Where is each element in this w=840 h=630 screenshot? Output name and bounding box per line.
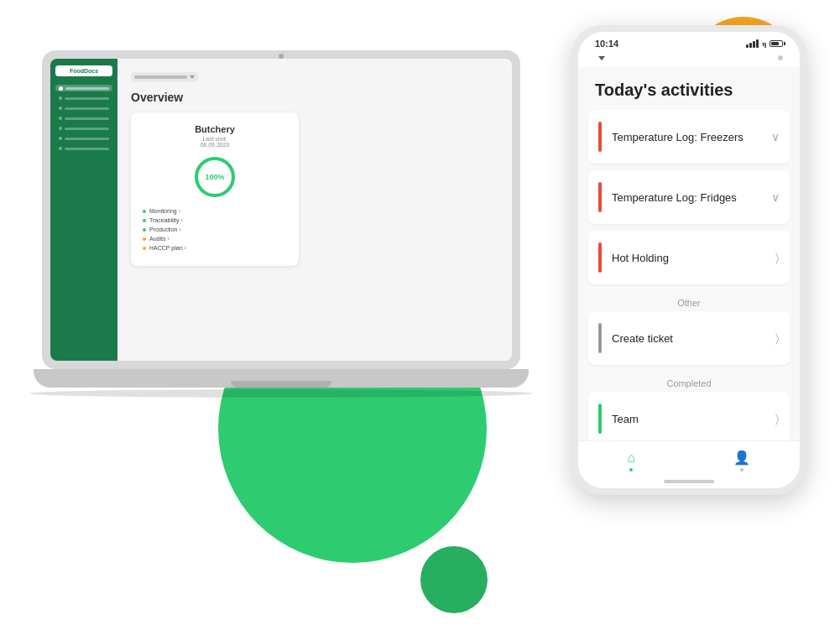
sidebar-bar-4: [65, 128, 109, 130]
indicator-freezers: [598, 122, 602, 152]
menu-production[interactable]: Production ›: [143, 226, 287, 232]
laptop-sidebar: FoodDocs: [50, 59, 117, 361]
battery-fill: [771, 42, 779, 45]
menu-arrow-haccp: ›: [185, 245, 186, 251]
menu-arrow-traceability: ›: [181, 217, 183, 223]
activity-label-hot-holding: Hot Holding: [612, 252, 775, 264]
menu-traceability[interactable]: Traceability ›: [143, 217, 287, 223]
laptop-screen: FoodDocs: [50, 59, 512, 361]
menu-dot-haccp: [143, 247, 146, 250]
phone-bottom-nav: ⌂ 👤: [578, 440, 800, 476]
status-icons: 𝛈: [746, 39, 783, 49]
sidebar-dot-3: [59, 117, 62, 120]
sidebar-bar-5: [65, 138, 109, 140]
nav-profile-indicator: [740, 468, 743, 471]
phone-options-btn[interactable]: [778, 55, 783, 60]
phone-home-indicator-area: [578, 476, 800, 488]
activity-item-temp-fridges[interactable]: Temperature Log: Fridges ∨: [588, 170, 790, 224]
activity-list: Temperature Log: Freezers ∨ Temperature …: [578, 110, 800, 440]
sidebar-bar-2: [65, 107, 109, 110]
activity-label-fridges: Temperature Log: Fridges: [612, 191, 771, 204]
menu-dot-monitoring: [143, 210, 146, 213]
nav-tab-profile[interactable]: 👤: [733, 450, 750, 471]
indicator-fridges: [598, 182, 602, 212]
nav-home-indicator: [629, 468, 633, 471]
overview-title: Overview: [131, 91, 498, 104]
indicator-hot-holding: [598, 242, 602, 273]
menu-haccp[interactable]: HACCP plan ›: [143, 245, 287, 251]
phone-home-indicator: [664, 480, 714, 483]
main-scene: FoodDocs: [0, 0, 840, 630]
laptop-screen-outer: FoodDocs: [42, 50, 520, 369]
progress-ring: 100%: [192, 154, 237, 200]
menu-dot-audits: [143, 237, 146, 241]
fooddocs-logo: FoodDocs: [55, 65, 112, 76]
sidebar-bar-1: [65, 97, 109, 100]
other-section-label: Other: [578, 291, 800, 311]
laptop-topbar: [131, 72, 498, 82]
butchery-name: Butchery: [143, 124, 287, 134]
completed-section-label: Completed: [578, 372, 800, 392]
laptop-base: [34, 369, 529, 388]
laptop-shadow: [29, 389, 533, 398]
indicator-team: [598, 404, 602, 434]
menu-arrow-audits: ›: [167, 236, 169, 242]
sidebar-item-active[interactable]: [55, 85, 112, 91]
status-time: 10:14: [595, 39, 618, 49]
chevron-right-icon-team: 〉: [775, 412, 780, 426]
chevron-right-icon-hot-holding: 〉: [775, 251, 780, 265]
progress-ring-container: 100%: [143, 154, 287, 200]
sidebar-item-traceability[interactable]: [55, 105, 112, 112]
phone-inner: 10:14 𝛈: [578, 32, 800, 488]
activity-label-create-ticket: Create ticket: [612, 332, 775, 345]
sidebar-item-haccp[interactable]: [55, 135, 112, 142]
sidebar-bar-3: [65, 117, 109, 120]
home-icon: ⌂: [628, 450, 636, 466]
phone-content: Today's activities Temperature Log: Free…: [578, 67, 800, 440]
dropdown-text: [134, 75, 187, 79]
indicator-create-ticket: [598, 323, 602, 353]
menu-arrow-production: ›: [179, 226, 180, 232]
menu-audits[interactable]: Audits ›: [143, 236, 287, 242]
activity-item-create-ticket[interactable]: Create ticket 〉: [588, 311, 790, 365]
menu-label-haccp: HACCP plan: [149, 245, 183, 251]
last-visit-label: Last visit: 08.09.2023: [143, 136, 287, 148]
phone-dropdown-arrow-icon: [598, 56, 605, 60]
activity-label-freezers: Temperature Log: Freezers: [612, 131, 771, 143]
wifi-icon: 𝛈: [762, 39, 766, 49]
nav-tab-home[interactable]: ⌂: [628, 450, 636, 471]
activity-label-team: Team: [612, 413, 775, 425]
person-icon: 👤: [733, 450, 750, 466]
sidebar-item-monitoring[interactable]: [55, 95, 112, 102]
sidebar-dot-1: [59, 96, 62, 100]
phone-dropdown-bar: [578, 52, 800, 64]
dropdown-arrow-icon: [190, 75, 195, 79]
activity-item-temp-freezers[interactable]: Temperature Log: Freezers ∨: [588, 110, 790, 164]
activity-item-hot-holding[interactable]: Hot Holding 〉: [588, 231, 790, 284]
menu-arrow-monitoring: ›: [179, 208, 180, 214]
laptop-main-content: Overview Butchery Last visit: 08.09.2023: [117, 59, 512, 361]
menu-label-monitoring: Monitoring: [149, 208, 177, 214]
sidebar-dot-4: [59, 127, 62, 130]
location-dropdown[interactable]: [131, 72, 198, 82]
phone-device: 10:14 𝛈: [571, 25, 806, 495]
butchery-card: Butchery Last visit: 08.09.2023: [131, 112, 299, 266]
phone-outer: 10:14 𝛈: [571, 25, 806, 495]
menu-monitoring[interactable]: Monitoring ›: [143, 208, 287, 214]
sidebar-item-audits[interactable]: [55, 125, 112, 132]
menu-dot-production: [143, 228, 146, 232]
sidebar-item-settings[interactable]: [55, 145, 112, 152]
laptop-device: FoodDocs: [42, 50, 520, 411]
menu-dot-traceability: [143, 219, 146, 222]
activity-item-team[interactable]: Team 〉: [588, 392, 790, 440]
phone-header-area: [578, 52, 800, 67]
today-activities-title: Today's activities: [578, 67, 800, 110]
sidebar-item-production[interactable]: [55, 115, 112, 122]
sidebar-bar-active: [65, 87, 109, 90]
chevron-down-icon-fridges: ∨: [771, 190, 780, 204]
menu-label-audits: Audits: [149, 236, 165, 242]
chevron-right-icon-create-ticket: 〉: [775, 331, 780, 346]
phone-status-bar: 10:14 𝛈: [578, 32, 800, 52]
sidebar-bar-6: [65, 148, 109, 150]
menu-label-traceability: Traceability: [149, 217, 180, 223]
